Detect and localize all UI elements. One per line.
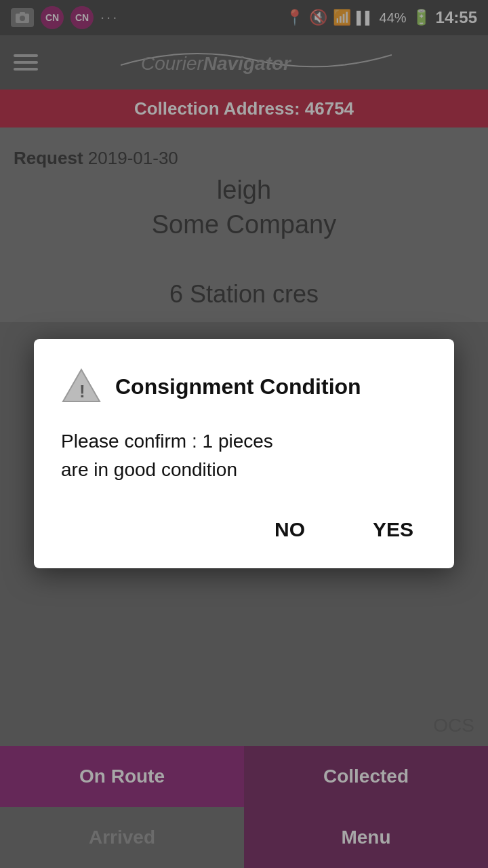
dialog-body-line2: are in good condition [61,459,237,480]
dialog-yes-button[interactable]: YES [359,511,427,548]
dialog-body: Please confirm : 1 pieces are in good co… [61,427,427,484]
dialog-no-button[interactable]: NO [261,511,319,548]
dialog-buttons: NO YES [61,511,427,548]
svg-text:!: ! [79,381,85,401]
dialog: ! Consignment Condition Please confirm :… [34,339,454,568]
dialog-body-line1: Please confirm : 1 pieces [61,431,273,452]
dialog-overlay: ! Consignment Condition Please confirm :… [0,0,488,868]
warning-icon: ! [61,366,102,407]
dialog-title-row: ! Consignment Condition [61,366,427,407]
dialog-title: Consignment Condition [115,374,361,399]
